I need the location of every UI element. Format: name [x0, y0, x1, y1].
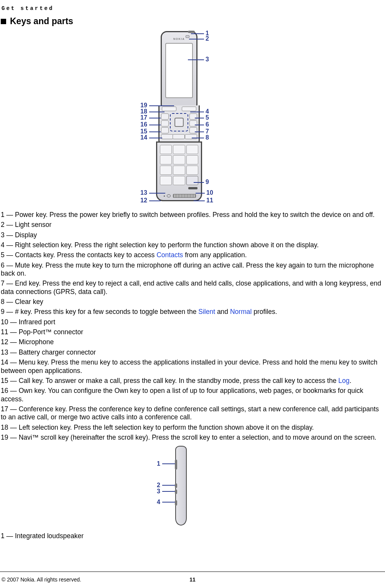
item-12: 12 — Microphone [1, 338, 384, 346]
leader-line [194, 182, 204, 183]
leader-line [149, 138, 162, 138]
item-5-pre: 5 — Contacts key. Press the contacts key… [1, 251, 156, 259]
leader-line [195, 118, 204, 118]
side-feature-3-icon [175, 489, 177, 494]
clear-key-icon [185, 134, 197, 139]
left-softkey-icon [162, 107, 176, 111]
keypad-key [173, 155, 185, 164]
item-9-keyword-silent: Silent [198, 308, 215, 315]
charger-connector-icon [167, 194, 171, 197]
page-number: 11 [189, 577, 196, 583]
leader-line [149, 112, 165, 112]
side-callout-4: 4 [157, 499, 160, 506]
callout-12: 12 [140, 197, 147, 204]
callout-19: 19 [140, 102, 147, 108]
loudspeaker-icon [175, 460, 177, 470]
keypad-key [186, 166, 198, 175]
item-3: 3 — Display [1, 231, 384, 239]
callout-16: 16 [140, 122, 147, 128]
item-5-keyword: Contacts [156, 251, 183, 259]
item-9-keyword-normal: Normal [230, 308, 252, 315]
item-5: 5 — Contacts key. Press the contacts key… [1, 251, 384, 259]
running-head: Get started [2, 5, 385, 11]
navi-center-icon [174, 118, 184, 127]
infrared-port-icon [188, 187, 197, 189]
callout-15: 15 [140, 128, 147, 135]
keypad-key [173, 166, 185, 175]
keypad-key [160, 166, 172, 175]
leader-line [149, 125, 161, 125]
footer-copyright: © 2007 Nokia. All rights reserved. [2, 577, 81, 583]
callout-9: 9 [206, 179, 209, 185]
leader-line [162, 502, 175, 503]
item-15: 15 — Call key. To answer or make a call,… [1, 377, 384, 385]
footer-divider [0, 572, 385, 572]
center-bottom-key-icon [173, 134, 185, 139]
phone-face: NOKIA [161, 31, 197, 108]
callout-5: 5 [206, 115, 209, 121]
pop-port-connector-icon [173, 194, 196, 198]
footer-right-spacer [382, 577, 383, 583]
end-key-icon [189, 127, 197, 133]
leader-line [192, 138, 204, 138]
leader-line [162, 463, 175, 464]
side-callout-3: 3 [157, 488, 160, 495]
phone-side-diagram: 1 2 3 4 [0, 443, 385, 530]
leader-line [190, 112, 204, 112]
item-15-keyword-log: Log [338, 377, 349, 384]
leader-line [191, 33, 204, 34]
contacts-key-icon [189, 113, 197, 120]
keys-and-parts-list: 1 — Power key. Press the power key brief… [0, 211, 385, 442]
item-2: 2 — Light sensor [1, 221, 384, 229]
light-sensor-icon [186, 35, 189, 38]
item-11: 11 — Pop-Port™ connector [1, 328, 384, 336]
keypad [160, 145, 198, 185]
side-feature-4-icon [175, 500, 177, 506]
side-callout-1: 1 [157, 460, 160, 467]
page-footer: © 2007 Nokia. All rights reserved. 11 [0, 577, 385, 583]
item-6: 6 — Mute key. Press the mute key to turn… [1, 261, 384, 278]
callout-2: 2 [206, 36, 209, 42]
item-13: 13 — Battery charger connector [1, 348, 384, 356]
leader-line [149, 105, 174, 106]
item-15-pre: 15 — Call key. To answer or make a call,… [1, 377, 338, 384]
keypad-key [173, 145, 185, 154]
item-9-post: profiles. [252, 308, 277, 315]
section-heading: Keys and parts [1, 16, 385, 26]
keypad-key [186, 155, 198, 164]
phone-bottom-area [160, 187, 198, 198]
item-1: 1 — Power key. Press the power key brief… [1, 211, 384, 219]
item-17: 17 — Conference key. Press the conferenc… [1, 405, 384, 422]
conference-key-icon [161, 113, 169, 120]
mute-key-icon [189, 120, 197, 126]
item-7: 7 — End key. Press the end key to reject… [1, 279, 384, 296]
keypad-key [173, 176, 185, 185]
display-area-icon [165, 43, 193, 98]
item-9-pre: 9 — # key. Press this key for a few seco… [1, 308, 198, 315]
callout-18: 18 [140, 108, 147, 115]
leader-line [195, 131, 204, 132]
leader-line [195, 125, 204, 125]
item-10: 10 — Infrared port [1, 318, 384, 326]
nav-area [160, 112, 199, 140]
callout-11: 11 [206, 197, 213, 204]
call-key-icon [161, 127, 169, 133]
item-5-post: from any application. [183, 251, 247, 259]
side-item-1: 1 — Integrated loudspeaker [1, 532, 384, 540]
item-15-post: . [349, 377, 351, 384]
phone-side-illustration [175, 446, 187, 526]
callout-4: 4 [206, 108, 209, 115]
keypad-key [160, 145, 172, 154]
side-list: 1 — Integrated loudspeaker [0, 532, 385, 540]
keypad-key [160, 176, 172, 185]
section-title: Keys and parts [10, 16, 73, 26]
callout-8: 8 [206, 135, 209, 141]
hash-key-icon [186, 176, 198, 185]
leader-line [162, 491, 175, 492]
power-key-icon [188, 31, 195, 33]
leader-line [189, 39, 204, 39]
callout-17: 17 [140, 115, 147, 121]
item-19: 19 — Navi™ scroll key (hereinafter the s… [1, 434, 384, 442]
leader-line [194, 200, 205, 201]
leader-line [149, 193, 165, 194]
